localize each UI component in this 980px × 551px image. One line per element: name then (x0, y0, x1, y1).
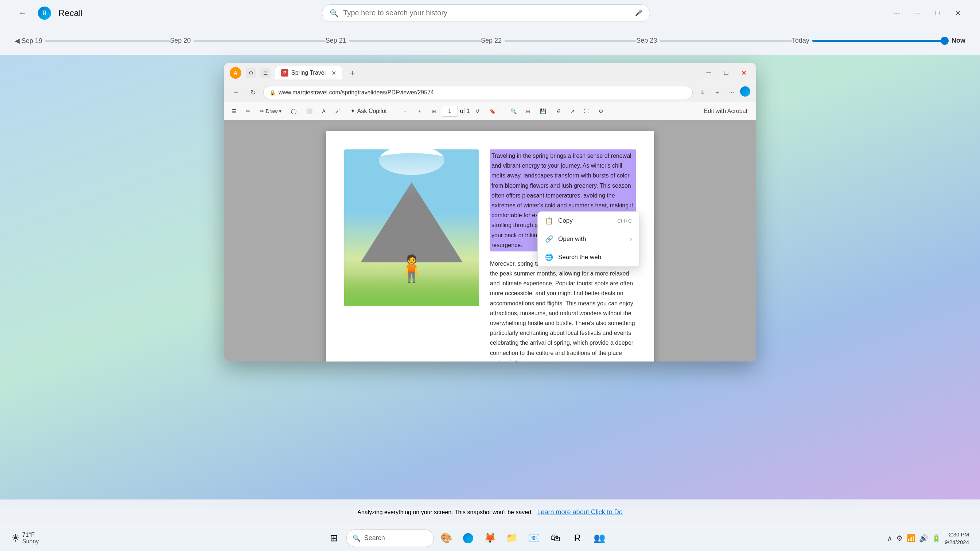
address-bar[interactable]: 🔒 www.marqiestravel.com/springtravelidea… (263, 86, 693, 99)
pdf-page: 🧍 Traveling in the spring brings a fresh… (326, 131, 654, 362)
edge-taskbar-icon (463, 533, 473, 543)
timeline-sep20[interactable]: Sep 20 (170, 37, 325, 44)
microphone-icon[interactable]: 🎤 (635, 10, 643, 16)
taskbar: ☀ 71°F Sunny ⊞ 🔍 Search 🎨 🦊 📁 📧 🛍 R 👥 ∧ … (0, 525, 980, 551)
pdf-travel-image: 🧍 (344, 149, 479, 306)
maximize-button[interactable]: □ (931, 6, 945, 21)
taskbar-right: ∧ ⚙ 📶 🔊 🔋 2:30 PM 9/24/2024 (887, 530, 969, 546)
back-button[interactable]: ← (14, 5, 30, 21)
pdf-annotate-button[interactable]: ✏ (242, 105, 254, 118)
extension-icon-2[interactable]: ☰ (260, 68, 270, 78)
timeline-sep23[interactable]: Sep 23 (636, 37, 792, 44)
pdf-settings-button[interactable]: ⚙ (595, 105, 607, 118)
recall-search-bar[interactable]: 🔍 🎤 (322, 5, 650, 22)
taskbar-explorer-button[interactable]: 📁 (503, 529, 521, 548)
timeline-sep21[interactable]: Sep 21 (326, 37, 481, 44)
analyzing-bar: Analyzing everything on your screen. Thi… (0, 499, 980, 525)
pdf-bookmark-button[interactable]: 🔖 (485, 105, 499, 118)
pdf-fit-button[interactable]: ⊞ (428, 105, 440, 118)
browser-more-button[interactable]: ··· (725, 86, 738, 99)
timeline-sep22[interactable]: Sep 22 (481, 37, 636, 44)
pdf-reset-button[interactable]: ↺ (472, 105, 484, 118)
context-menu-search-web[interactable]: 🌐 Search the web (538, 248, 639, 267)
battery-icon[interactable]: 🔋 (932, 534, 941, 543)
taskbar-recall-taskbar-button[interactable]: R (568, 529, 587, 548)
collections-button[interactable]: ＋ (711, 86, 723, 99)
timeline-today[interactable]: Today (792, 37, 947, 44)
open-with-label: Open with (558, 235, 586, 243)
browser-close-button[interactable]: ✕ (737, 66, 750, 79)
profile-avatar[interactable]: A (230, 67, 241, 79)
pdf-zoom-out-button[interactable]: － (399, 105, 411, 118)
taskbar-date-display: 9/24/2024 (945, 538, 969, 546)
browser-tab-spring-travel[interactable]: P Spring Travel ✕ (275, 66, 342, 79)
nav-refresh-button[interactable]: ↻ (247, 86, 259, 99)
pdf-erase-button[interactable]: ◯ (287, 105, 301, 118)
taskbar-edge-button[interactable] (459, 529, 477, 548)
taskbar-datetime[interactable]: 2:30 PM 9/24/2024 (945, 530, 969, 546)
pdf-menu-button[interactable]: ☰ (228, 105, 240, 118)
page-nav: of 1 (442, 106, 470, 117)
recall-topbar: ← R Recall 🔍 🎤 ··· ─ □ ✕ (0, 0, 980, 26)
pdf-draw-button[interactable]: ✏ Draw ▾ (256, 105, 285, 118)
volume-icon[interactable]: 🔊 (919, 534, 928, 543)
browser-window-controls: ─ □ ✕ (702, 66, 750, 79)
edit-acrobat-button[interactable]: Edit with Acrobat (700, 105, 752, 118)
context-menu-copy[interactable]: 📋 Copy Ctrl+C (538, 212, 639, 230)
learn-more-link[interactable]: Learn more about Click to Do (538, 508, 623, 516)
timeline-label-sep23: Sep 23 (636, 37, 657, 44)
timeline-label-sep22: Sep 22 (481, 37, 502, 44)
browser-minimize-button[interactable]: ─ (702, 66, 715, 79)
nav-back-button[interactable]: ← (230, 86, 243, 99)
pdf-normal-text: Moreover, spring travel tends to be less… (490, 259, 636, 362)
page-number-input[interactable] (442, 106, 458, 117)
pdf-zoom-in-button[interactable]: ＋ (414, 105, 426, 118)
extension-icon-1[interactable]: ⚙ (246, 68, 256, 78)
new-tab-button[interactable]: ＋ (347, 67, 358, 79)
search-input[interactable] (343, 9, 631, 17)
pdf-ink-button[interactable]: 🖊 (331, 105, 344, 118)
close-button[interactable]: ✕ (951, 6, 966, 21)
open-with-icon: 🔗 (545, 235, 553, 243)
pdf-view-button[interactable]: ⊟ (522, 105, 534, 118)
taskbar-firefox-button[interactable]: 🦊 (480, 529, 500, 548)
taskbar-mail-button[interactable]: 📧 (524, 529, 543, 548)
ask-copilot-label: Ask Copilot (357, 108, 387, 114)
taskbar-search-box[interactable]: 🔍 Search (346, 529, 434, 547)
pdf-search-button[interactable]: 🔍 (507, 105, 520, 118)
pdf-save-button[interactable]: 💾 (536, 105, 550, 118)
chevron-up-icon[interactable]: ∧ (887, 534, 892, 543)
network-icon[interactable]: 📶 (906, 534, 915, 543)
timeline-sep19[interactable]: ◀ Sep 19 (14, 37, 170, 45)
weather-info: 71°F Sunny (22, 532, 39, 545)
recall-right-icons: ··· ─ □ ✕ (889, 6, 966, 21)
timeline-track-today (812, 40, 947, 42)
timeline-track-sep20 (194, 40, 325, 42)
taskbar-teams-button[interactable]: 👥 (590, 529, 609, 548)
pdf-separator-1 (395, 106, 395, 116)
taskbar-windows-button[interactable]: ⊞ (325, 529, 344, 548)
settings-taskbar-icon[interactable]: ⚙ (896, 534, 903, 543)
pdf-tab-icon: P (281, 69, 288, 76)
url-text: www.marqiestravel.com/springtravelideas/… (278, 89, 434, 96)
browser-toolbar-right: ☆ ＋ ··· (696, 86, 750, 99)
taskbar-paint-button[interactable]: 🎨 (437, 529, 456, 548)
timeline-bar: ◀ Sep 19 Sep 20 Sep 21 Sep 22 Sep 23 Tod… (0, 26, 980, 56)
minimize-button[interactable]: ─ (910, 6, 924, 21)
timeline-label-sep21: Sep 21 (326, 37, 346, 44)
more-options-button[interactable]: ··· (889, 6, 904, 21)
pdf-print-button[interactable]: 🖨 (552, 105, 565, 118)
timeline-dot (940, 37, 949, 45)
weather-icon: ☀ (11, 532, 20, 544)
favorites-button[interactable]: ☆ (696, 86, 709, 99)
context-menu-open-with[interactable]: 🔗 Open with › (538, 230, 639, 248)
pdf-snapshot-button[interactable]: ⬜ (302, 105, 316, 118)
taskbar-store-button[interactable]: 🛍 (546, 529, 565, 548)
tab-close-button[interactable]: ✕ (331, 70, 336, 76)
timeline-label-sep19: ◀ Sep 19 (14, 37, 42, 45)
pdf-fullscreen-button[interactable]: ⛶ (581, 105, 593, 118)
ask-copilot-button[interactable]: ✦ Ask Copilot (346, 105, 391, 118)
pdf-text-button[interactable]: A (318, 105, 329, 118)
pdf-share-button[interactable]: ↗ (566, 105, 578, 118)
browser-maximize-button[interactable]: □ (720, 66, 733, 79)
